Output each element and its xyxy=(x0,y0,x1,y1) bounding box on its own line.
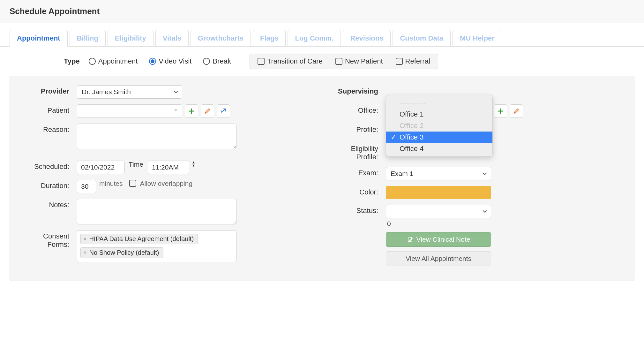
time-label: Time xyxy=(129,161,143,168)
patient-input[interactable] xyxy=(77,104,182,118)
provider-value: Dr. James Smith xyxy=(82,88,131,96)
office-option-office-1[interactable]: Office 1 xyxy=(386,109,492,120)
tab-flags[interactable]: Flags xyxy=(253,30,286,47)
tab-revisions[interactable]: Revisions xyxy=(343,30,391,47)
remove-tag-icon[interactable]: × xyxy=(83,249,87,256)
tab-mu-helper[interactable]: MU Helper xyxy=(453,30,502,47)
tab-vitals[interactable]: Vitals xyxy=(155,30,189,47)
type-check-referral[interactable]: Referral xyxy=(396,57,430,65)
notes-label: Notes: xyxy=(23,199,77,209)
add-patient-button[interactable] xyxy=(185,104,198,118)
exam-select[interactable]: Exam 1 xyxy=(386,167,491,180)
checkbox-icon xyxy=(396,58,403,65)
spinner-down-icon[interactable]: ▼ xyxy=(192,164,195,167)
office-option-office-3[interactable]: Office 3 xyxy=(386,132,492,143)
edit-patient-button[interactable] xyxy=(201,104,214,118)
office-option-office-2: Office 2 xyxy=(386,120,492,132)
consent-tag[interactable]: ×No Show Policy (default) xyxy=(80,247,163,258)
add-office-button[interactable] xyxy=(494,104,507,118)
office-dropdown[interactable]: ---------Office 1Office 2Office 3Office … xyxy=(386,95,493,157)
type-radio-appointment[interactable]: Appointment xyxy=(89,57,138,65)
scheduled-label: Scheduled: xyxy=(23,161,77,171)
page-header: Schedule Appointment xyxy=(0,0,644,23)
provider-select[interactable]: Dr. James Smith xyxy=(77,85,182,99)
provider-label: Provider xyxy=(23,85,77,95)
status-label: Status: xyxy=(332,205,386,215)
tab-eligibility[interactable]: Eligibility xyxy=(108,30,154,47)
page-title: Schedule Appointment xyxy=(10,6,634,16)
tab-growthcharts[interactable]: Growthcharts xyxy=(191,30,251,47)
duration-input[interactable] xyxy=(77,180,96,193)
edit-office-button[interactable] xyxy=(510,104,523,118)
form-panel: Provider Dr. James Smith Patient xyxy=(10,76,634,281)
consent-tag[interactable]: ×HIPAA Data Use Agreement (default) xyxy=(80,234,198,244)
chevron-down-icon xyxy=(483,208,487,215)
type-label: Type xyxy=(64,57,80,65)
tab-custom-data[interactable]: Custom Data xyxy=(393,30,451,47)
radio-icon xyxy=(149,58,156,65)
tab-appointment[interactable]: Appointment xyxy=(10,30,68,47)
left-column: Provider Dr. James Smith Patient xyxy=(23,85,312,272)
type-row: Type AppointmentVideo VisitBreak Transit… xyxy=(0,46,644,76)
allow-overlap-checkbox[interactable] xyxy=(129,180,136,187)
view-all-appointments-button[interactable]: View All Appointments xyxy=(386,251,491,266)
checkbox-icon xyxy=(258,58,265,65)
tab-bar: AppointmentBillingEligibilityVitalsGrowt… xyxy=(0,30,644,47)
status-count: 0 xyxy=(386,220,491,228)
type-radio-video-visit[interactable]: Video Visit xyxy=(149,57,191,65)
consent-forms-box[interactable]: ×HIPAA Data Use Agreement (default)×No S… xyxy=(77,230,236,262)
type-check-transition-of-care[interactable]: Transition of Care xyxy=(258,57,323,65)
remove-tag-icon[interactable]: × xyxy=(83,236,87,242)
office-label: Office: xyxy=(332,104,386,115)
consent-label: Consent Forms: xyxy=(23,230,77,249)
radio-icon xyxy=(203,58,210,65)
chevron-down-icon xyxy=(174,88,178,96)
right-column: Supervising Office: ---------Office 1Off… xyxy=(332,85,621,272)
color-swatch[interactable] xyxy=(386,186,491,199)
color-label: Color: xyxy=(332,186,386,196)
time-spinner[interactable]: ▲ ▼ xyxy=(192,161,195,167)
tab-log-comm-[interactable]: Log Comm. xyxy=(288,30,341,47)
note-edit-icon xyxy=(407,236,413,243)
eligibility-profile-label: Eligibility Profile: xyxy=(332,143,386,161)
share-patient-button[interactable] xyxy=(217,104,230,118)
allow-overlap-label: Allow overlapping xyxy=(140,180,193,187)
type-checkgroup: Transition of CareNew PatientReferral xyxy=(250,54,438,69)
type-check-new-patient[interactable]: New Patient xyxy=(335,57,383,65)
profile-label: Profile: xyxy=(332,124,386,134)
checkbox-icon xyxy=(335,58,342,65)
notes-textarea[interactable] xyxy=(77,199,236,224)
office-option-placeholder[interactable]: --------- xyxy=(386,97,492,109)
exam-value: Exam 1 xyxy=(391,170,413,178)
date-input[interactable] xyxy=(77,161,125,174)
minutes-label: minutes xyxy=(99,180,123,187)
patient-label: Patient xyxy=(23,104,77,115)
status-select[interactable] xyxy=(386,205,491,218)
exam-label: Exam: xyxy=(332,167,386,177)
time-input[interactable] xyxy=(148,161,189,174)
reason-label: Reason: xyxy=(23,124,77,134)
radio-icon xyxy=(89,58,96,65)
office-option-office-4[interactable]: Office 4 xyxy=(386,143,492,155)
chevron-down-icon xyxy=(483,170,487,178)
reason-textarea[interactable] xyxy=(77,124,236,149)
duration-label: Duration: xyxy=(23,180,77,190)
type-radio-break[interactable]: Break xyxy=(203,57,231,65)
supervising-label: Supervising xyxy=(332,85,386,95)
view-clinical-note-button[interactable]: View Clinical Note xyxy=(386,232,491,247)
tab-billing[interactable]: Billing xyxy=(70,30,106,47)
dropdown-arrow-icon xyxy=(173,108,179,115)
